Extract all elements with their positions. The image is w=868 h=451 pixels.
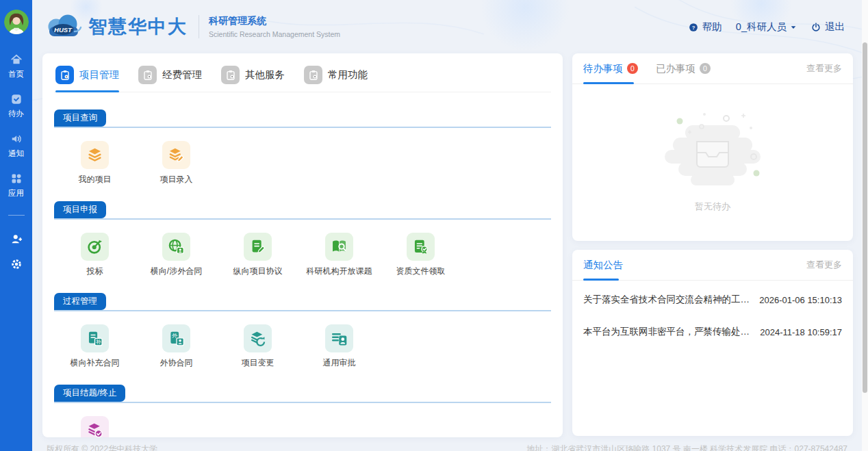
logo-text: 智慧华中大 — [88, 14, 188, 39]
app-tile[interactable]: 横向/涉外合同 — [136, 233, 217, 276]
app-tile-label: 通用审批 — [323, 358, 356, 368]
svg-text:HUST: HUST — [54, 26, 73, 34]
notice-more-link[interactable]: 查看更多 — [806, 259, 842, 271]
notice-row[interactable]: 本平台为互联网非密平台，严禁传输处理… 2024-11-18 10:59:17 — [572, 315, 853, 348]
help-link[interactable]: ? 帮助 — [688, 21, 722, 34]
sidebar-item-label: 通知 — [8, 149, 24, 159]
section-header: 项目查询 — [54, 109, 551, 128]
apps-grid-icon — [10, 172, 23, 185]
section-title-tag: 项目结题/终止 — [54, 385, 125, 402]
app-tile[interactable]: 项目结题 — [54, 416, 136, 437]
svg-text:?: ? — [692, 24, 695, 30]
main-tab-4[interactable]: 常用功能 — [304, 66, 368, 92]
main-tab-2[interactable]: 经费管理 — [138, 66, 202, 92]
footer: 版权所有 © 2022华中科技大学 地址：湖北省武汉市洪山区珞喻路 1037 号… — [32, 443, 868, 451]
main-tab-1[interactable]: 项目管理 — [55, 66, 119, 92]
tab-done-items[interactable]: 已办事项 0 — [656, 53, 711, 83]
section-tile-row: 项目结题 — [54, 416, 551, 437]
todo-more-link[interactable]: 查看更多 — [806, 62, 842, 75]
empty-text: 暂无待办 — [695, 201, 730, 213]
scrollbar-thumb[interactable] — [863, 42, 867, 393]
section-title-tag: 项目申报 — [54, 201, 106, 218]
main-tab-label: 常用功能 — [328, 68, 368, 81]
section-title-tag: 过程管理 — [54, 293, 106, 310]
app-tile-label: 纵向项目协议 — [233, 266, 283, 276]
gear-icon[interactable] — [10, 257, 23, 271]
sidebar-item-notice[interactable]: 通知 — [0, 126, 32, 166]
app-menu-sections: 项目查询 我的项目 项目录入 项目申报 投标 横向/涉外合同 纵向项目协议 科研… — [54, 109, 551, 437]
target-arrow-icon — [81, 233, 109, 261]
add-user-icon[interactable] — [10, 232, 23, 246]
menu-section: 项目结题/终止 项目结题 — [54, 385, 551, 437]
app-tile[interactable]: 补 横向补充合同 — [54, 324, 136, 368]
main-tab-label: 其他服务 — [245, 68, 285, 81]
main-tab-label: 项目管理 — [79, 68, 119, 81]
user-name: 0_科研人员 — [736, 21, 787, 34]
logout-label: 退出 — [825, 21, 845, 34]
app-tile[interactable]: 纵向项目协议 — [217, 233, 298, 276]
app-tile-label: 投标 — [87, 266, 103, 276]
clipboard-gear-icon — [221, 66, 240, 84]
app-menu-tabs: 项目管理 经费管理 其他服务 常用功能 — [54, 64, 551, 92]
avatar[interactable] — [4, 10, 29, 34]
main-tab-3[interactable]: 其他服务 — [221, 66, 285, 92]
certificate-badge-icon — [407, 233, 435, 261]
sidebar-item-label: 首页 — [8, 69, 24, 79]
section-title-tag: 项目查询 — [54, 109, 106, 127]
sidebar: 首页 待办 通知 应用 — [0, 0, 32, 451]
sidebar-divider — [8, 215, 25, 216]
app-tile-label: 项目录入 — [160, 175, 193, 184]
clipboard-gear-icon — [304, 66, 322, 84]
layers-icon — [81, 141, 109, 169]
app-tile-label: 资质文件领取 — [396, 266, 446, 276]
cloud-logo-icon: HUST — [44, 12, 83, 41]
app-menu-card: 项目管理 经费管理 其他服务 常用功能 项目查询 我的项目 项目录入 项目申报 … — [42, 53, 563, 437]
menu-section: 项目查询 我的项目 项目录入 — [54, 109, 551, 184]
system-subtitle: Scientific Research Management System — [209, 30, 340, 38]
notice-row-date: 2026-01-06 15:10:13 — [759, 295, 842, 305]
document-pen-icon — [244, 233, 272, 261]
todo-tab-label: 已办事项 — [656, 62, 695, 75]
brand-divider — [199, 15, 199, 38]
app-tile[interactable]: 通用审批 — [298, 324, 380, 368]
list-person-icon — [325, 324, 353, 352]
tab-pending-items[interactable]: 待办事项 0 — [583, 53, 638, 83]
logout-button[interactable]: 退出 — [810, 21, 845, 34]
app-tile[interactable]: 投标 — [54, 233, 136, 276]
page-scrollbar — [862, 0, 868, 451]
chevron-down-icon — [790, 24, 797, 31]
app-tile[interactable]: 资质文件领取 — [380, 233, 461, 276]
notice-row-title: 关于落实全省技术合同交流会精神的工作… — [583, 294, 750, 306]
sidebar-item-home[interactable]: 首页 — [0, 47, 32, 86]
system-title: 科研管理系统 — [209, 15, 340, 27]
sidebar-item-todo[interactable]: 待办 — [0, 86, 32, 126]
document-external-icon: 外 — [162, 324, 190, 352]
notice-row-date: 2024-11-18 10:59:17 — [760, 327, 842, 337]
main-tab-label: 经费管理 — [162, 68, 202, 81]
todo-empty-state: 暂无待办 — [572, 84, 853, 213]
help-label: 帮助 — [702, 21, 722, 34]
app-tile[interactable]: 项目变更 — [217, 324, 298, 368]
home-icon — [10, 53, 23, 66]
layers-pencil-icon — [162, 141, 190, 169]
section-header: 项目结题/终止 — [54, 385, 551, 403]
sidebar-item-apps[interactable]: 应用 — [0, 166, 32, 205]
speaker-icon — [10, 132, 23, 146]
user-menu[interactable]: 0_科研人员 — [736, 21, 797, 34]
book-search-icon — [325, 233, 353, 261]
app-tile[interactable]: 科研机构开放课题 — [298, 233, 380, 276]
app-tile[interactable]: 项目录入 — [136, 141, 217, 184]
notice-row[interactable]: 关于落实全省技术合同交流会精神的工作… 2026-01-06 15:10:13 — [572, 283, 853, 315]
count-badge: 0 — [627, 63, 638, 74]
sidebar-item-label: 应用 — [8, 188, 24, 198]
contact-text: 地址：湖北省武汉市洪山区珞喻路 1037 号 南一楼 科学技术发展院 电话：02… — [526, 443, 847, 451]
tab-notices[interactable]: 通知公告 — [583, 250, 623, 280]
avatar-image — [4, 10, 29, 34]
app-tile-label: 外协合同 — [160, 358, 193, 368]
app-tile[interactable]: 我的项目 — [54, 141, 136, 184]
app-tile[interactable]: 外 外协合同 — [136, 324, 217, 368]
todo-check-icon — [10, 92, 23, 106]
globe-contract-icon — [162, 233, 190, 261]
notice-card-header: 通知公告 查看更多 — [572, 250, 853, 281]
app-tile-label: 我的项目 — [79, 175, 112, 184]
